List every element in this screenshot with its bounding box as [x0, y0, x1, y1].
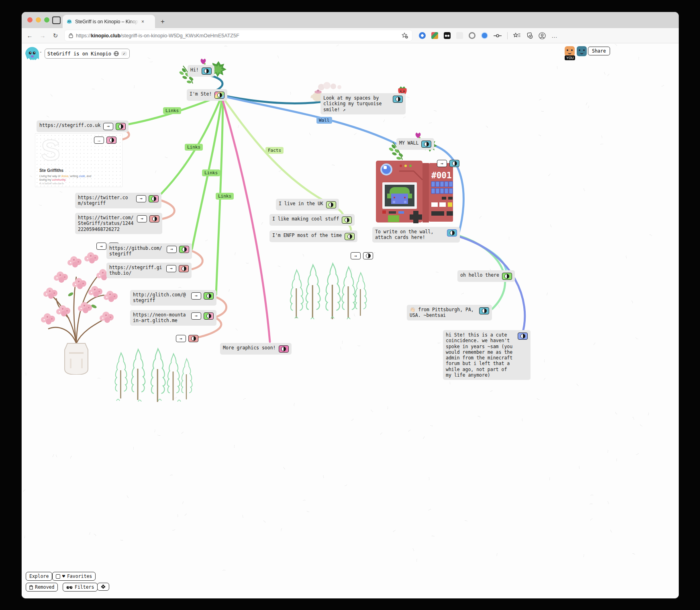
card-twitter-status[interactable]: https://twitter.com/SteGriff/status/1244… [75, 213, 162, 234]
filters-button[interactable]: Filters [63, 583, 98, 592]
card-theme-toggle-icon[interactable] [345, 233, 355, 240]
connection-label-links[interactable]: Links [163, 107, 181, 114]
connection-label-links[interactable]: Links [185, 144, 203, 151]
card-theme-toggle-icon[interactable] [204, 292, 214, 300]
card-theme-toggle-icon[interactable] [393, 96, 403, 103]
card-theme-toggle-icon[interactable] [518, 333, 528, 340]
card-pittsburgh[interactable]: 👋🏻 from Pittsburgh, PA, USA. ~bentsai [407, 305, 492, 320]
card-theme-toggle-icon[interactable] [179, 246, 189, 253]
back-button[interactable]: ← [26, 32, 34, 39]
card-cool-stuff[interactable]: I like making cool stuff [269, 214, 355, 226]
more-menu-icon[interactable]: … [551, 32, 557, 39]
open-link-button[interactable]: → [191, 312, 201, 320]
extension-color-icon[interactable] [431, 32, 438, 39]
card-oh-hello[interactable]: oh hello there [457, 270, 515, 282]
card-glitch[interactable]: http://glitch.com/@stegriff → [130, 290, 216, 306]
card-theme-toggle-icon[interactable] [447, 229, 457, 237]
pixel-art-cherry-blossoms[interactable] [34, 238, 119, 375]
plant-button[interactable] [97, 583, 109, 591]
avatar-you[interactable] [565, 46, 575, 56]
floating-card-buttons[interactable]: → [176, 335, 198, 342]
card-theme-toggle-icon[interactable] [214, 92, 224, 99]
kinopio-canvas[interactable]: ˇ SteGriff is on Kinopio ✓ YOU Share Hi!… [22, 43, 679, 598]
open-link-button[interactable]: → [137, 215, 147, 222]
open-link-button[interactable]: → [176, 335, 186, 342]
card-theme-toggle-icon[interactable] [342, 216, 352, 224]
card-sam-message[interactable]: hi Ste! this is a cute coincidence. we h… [443, 330, 531, 380]
extension-dark-eyes-icon[interactable] [444, 32, 451, 39]
explore-button[interactable]: Explore [26, 572, 52, 581]
forward-button[interactable]: → [39, 32, 47, 39]
open-link-button[interactable]: → [167, 246, 177, 253]
card-theme-toggle-icon[interactable] [149, 215, 159, 222]
avatar-collaborator[interactable] [577, 46, 587, 56]
favorites-button[interactable]: ♥ Favorites [52, 572, 96, 581]
open-link-button[interactable]: → [351, 252, 361, 259]
profile-icon[interactable] [539, 32, 546, 39]
card-im-ste[interactable]: I'm Ste! [187, 89, 227, 101]
connection-label-links[interactable]: Links [216, 193, 234, 200]
tab-close-icon[interactable]: × [141, 19, 144, 24]
browser-tab[interactable]: SteGriff is on Kinopio – Kinopio × [63, 15, 155, 28]
open-link-button[interactable]: → [437, 160, 447, 167]
card-theme-toggle-icon[interactable] [188, 335, 198, 342]
card-theme-toggle-icon[interactable] [479, 307, 489, 314]
close-window-button[interactable] [27, 17, 33, 22]
card-uk[interactable]: I live in the UK [276, 199, 339, 210]
extension-blue-dot-icon[interactable] [481, 32, 488, 39]
pixel-art-trees[interactable] [287, 258, 372, 322]
minimize-window-button[interactable] [36, 17, 41, 22]
privacy-check-icon[interactable]: ✓ [121, 51, 127, 56]
share-button[interactable]: Share [588, 47, 610, 55]
card-theme-toggle-icon[interactable] [179, 265, 189, 272]
open-link-button[interactable]: → [103, 123, 113, 130]
card-theme-toggle-icon[interactable] [326, 201, 336, 208]
card-look-at-spaces[interactable]: Look at my spaces by clicking my turquoi… [320, 93, 406, 114]
card-enfp[interactable]: I'm ENFP most of the time [269, 231, 357, 242]
address-bar[interactable]: https://kinopio.club/stegriff-is-on-kino… [64, 30, 412, 41]
card-my-wall[interactable]: MY WALL [396, 138, 434, 150]
extension-grid-icon[interactable] [456, 32, 463, 39]
space-name-pill[interactable]: SteGriff is on Kinopio ✓ [45, 49, 130, 59]
open-link-button[interactable]: → [166, 265, 176, 272]
card-github[interactable]: https://github.com/stegriff → [106, 243, 192, 259]
favorites-list-icon[interactable] [513, 33, 520, 39]
extension-circle-icon[interactable] [469, 32, 476, 39]
connection-label-links[interactable]: Links [202, 169, 220, 176]
removed-button[interactable]: Removed [26, 583, 58, 592]
space-menu-chevron-icon[interactable]: ˇ [39, 51, 42, 57]
card-hi[interactable]: Hi! [188, 65, 214, 77]
open-link-button[interactable]: → [136, 195, 146, 202]
bookmark-star-icon[interactable] [402, 33, 408, 39]
tab-overview-icon[interactable] [52, 16, 61, 24]
card-theme-toggle-icon[interactable] [502, 273, 512, 280]
open-link-button[interactable]: → [96, 243, 106, 250]
card-theme-toggle-icon[interactable] [116, 123, 126, 130]
card-theme-toggle-icon[interactable] [204, 312, 214, 320]
card-github-io[interactable]: https://stegriff.github.io/ → [106, 263, 192, 278]
open-link-button[interactable]: → [191, 292, 201, 300]
open-link-button[interactable]: → [94, 137, 104, 144]
card-neon-mountain[interactable]: https://neon-mountain-art.glitch.me → [130, 310, 216, 326]
card-theme-toggle-icon[interactable] [363, 252, 373, 259]
space-user-ghost-avatar[interactable] [23, 44, 41, 63]
pixel-art-pokedex[interactable]: #001 [375, 159, 454, 224]
connection-more-graphics[interactable] [222, 98, 270, 342]
card-twitter[interactable]: https://twitter.com/stegriff → [75, 193, 161, 208]
floating-card-buttons[interactable]: → [351, 252, 373, 259]
reload-button[interactable]: ↻ [51, 32, 59, 39]
extension-password-icon[interactable] [419, 32, 426, 39]
card-theme-toggle-icon[interactable] [449, 160, 459, 167]
pixel-art-trees[interactable] [110, 344, 198, 404]
card-theme-toggle-icon[interactable] [106, 137, 116, 144]
card-more-graphics[interactable]: More graphics soon! [220, 343, 292, 355]
card-theme-toggle-icon[interactable] [149, 195, 159, 202]
collections-icon[interactable] [526, 33, 533, 39]
connection-label-facts[interactable]: Facts [265, 147, 284, 154]
card-theme-toggle-icon[interactable] [279, 345, 289, 353]
connection-attach-ohhello[interactable] [459, 236, 506, 275]
connection-twitter-status[interactable] [161, 200, 174, 219]
stegriff-site-preview-card[interactable]: S Ste Griffiths Living the way of Jesus,… [35, 133, 122, 187]
floating-card-buttons[interactable]: → [437, 160, 459, 167]
card-stegriff-site[interactable]: https://stegriff.co.uk → [37, 120, 129, 132]
